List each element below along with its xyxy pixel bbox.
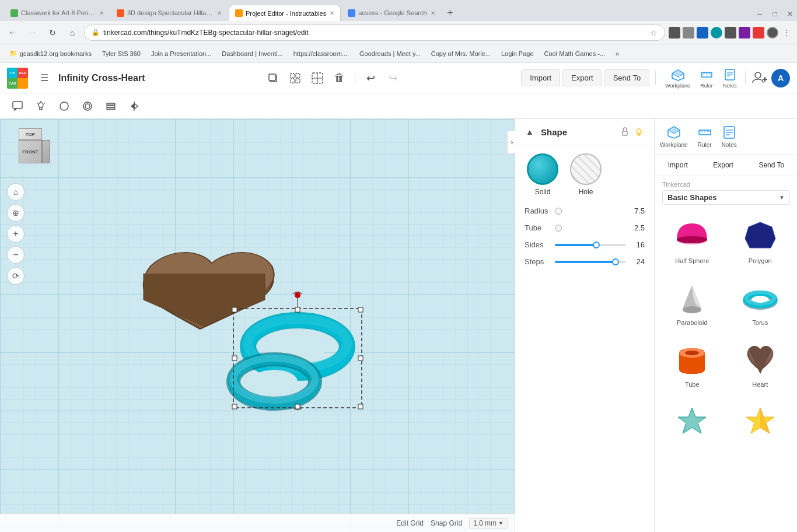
light-tool-btn[interactable] xyxy=(30,96,51,117)
edit-grid-btn[interactable]: Edit Grid xyxy=(396,519,424,527)
shape-item-half-sphere[interactable]: Half Sphere xyxy=(660,212,725,270)
tab1-close[interactable]: ✕ xyxy=(99,10,104,16)
export-action-btn[interactable]: Export xyxy=(706,158,740,172)
viewport[interactable]: TOP FRONT ⌂ ⊕ + − ⟳ xyxy=(0,119,515,532)
tab-classwork[interactable]: Classwork for Art 8 Period 2, MF ✕ xyxy=(5,5,110,21)
group-btn[interactable] xyxy=(285,68,306,89)
shape-types-row: Solid Hole xyxy=(515,145,654,204)
tab3-close[interactable]: ✕ xyxy=(330,10,334,16)
svg-marker-64 xyxy=(668,127,680,134)
bookmark-classroom[interactable]: https://classroom.... xyxy=(289,49,354,58)
ruler-btn-right[interactable]: Ruler xyxy=(693,121,717,152)
user-avatar[interactable]: A xyxy=(771,69,790,88)
lock-icon[interactable] xyxy=(618,125,632,139)
panel-collapse-btn[interactable]: › xyxy=(507,131,516,154)
lightbulb-icon[interactable] xyxy=(632,125,646,139)
bookmark-gcasdk-label: gcasdk12.org bookmarks xyxy=(20,50,92,57)
shape-title: Shape xyxy=(541,127,618,137)
ungroup-btn[interactable] xyxy=(307,68,328,89)
shape-item-torus[interactable]: Torus xyxy=(728,274,793,332)
workplane-btn-right[interactable]: Workplane xyxy=(655,121,693,152)
mirror-tool-btn[interactable] xyxy=(124,96,145,117)
bookmark-tyler[interactable]: Tyler SIS 360 xyxy=(97,49,145,58)
right-panel: Workplane Ruler xyxy=(655,119,797,532)
steps-slider[interactable] xyxy=(555,261,626,263)
hole-type[interactable]: Hole xyxy=(570,153,602,196)
send-to-action-btn[interactable]: Send To xyxy=(751,158,791,172)
secondary-toolbar xyxy=(0,93,797,119)
send-to-btn[interactable]: Send To xyxy=(604,69,649,86)
workplane-panel-btn[interactable]: Workplane xyxy=(662,65,694,91)
bookmark-star[interactable]: ☆ xyxy=(650,28,658,37)
bookmark-login-label: Login Page xyxy=(501,50,534,57)
notes-btn-right[interactable]: Notes xyxy=(717,121,742,152)
hamburger-menu[interactable]: ☰ xyxy=(35,69,54,88)
shape-item-heart[interactable]: Heart xyxy=(728,335,793,394)
svg-point-80 xyxy=(683,306,701,313)
export-btn[interactable]: Export xyxy=(562,69,602,86)
close-btn[interactable]: ✕ xyxy=(783,7,797,21)
layers-tool-btn[interactable] xyxy=(100,96,121,117)
ruler-panel-btn[interactable]: Ruler xyxy=(696,65,717,91)
tab-projecteditor[interactable]: Project Editor - Instructables ✕ xyxy=(229,5,341,21)
tab-bar: Classwork for Art 8 Period 2, MF ✕ 3D de… xyxy=(0,0,797,21)
svg-rect-34 xyxy=(107,108,115,110)
import-btn[interactable]: Import xyxy=(521,69,560,86)
delete-btn[interactable]: 🗑 xyxy=(329,68,350,89)
notes-panel-btn[interactable]: Notes xyxy=(719,65,740,91)
back-btn[interactable]: ← xyxy=(5,24,21,41)
address-text: tinkercad.com/things/kuTmdKzTEBg-spectac… xyxy=(103,29,646,37)
shape-item-star-yellow[interactable] xyxy=(728,397,793,449)
tab4-close[interactable]: ✕ xyxy=(431,10,435,16)
ring-tool-btn[interactable] xyxy=(77,96,98,117)
workplane-label: Workplane xyxy=(665,83,690,89)
bookmark-dashboard[interactable]: Dashboard | Inventi... xyxy=(217,49,287,58)
snap-grid-value[interactable]: 1.0 mm ▼ xyxy=(469,518,508,528)
shape-item-star[interactable] xyxy=(660,397,725,449)
tab-google[interactable]: acsess - Google Search ✕ xyxy=(342,5,441,21)
ruler-label: Ruler xyxy=(700,83,713,89)
app-logo[interactable]: TIN KER CAD xyxy=(7,68,28,89)
address-input[interactable]: 🔒 tinkercad.com/things/kuTmdKzTEBg-spect… xyxy=(84,24,665,41)
library-dropdown[interactable]: Basic Shapes ▼ xyxy=(662,190,790,205)
bookmark-login[interactable]: Login Page xyxy=(497,49,539,58)
forward-btn[interactable]: → xyxy=(25,24,41,41)
import-action-btn[interactable]: Import xyxy=(661,158,695,172)
circle-tool-btn[interactable] xyxy=(54,96,75,117)
bookmark-gcasdk[interactable]: 📁 gcasdk12.org bookmarks xyxy=(5,48,96,58)
restore-btn[interactable]: □ xyxy=(768,7,782,21)
redo-btn[interactable]: ↪ xyxy=(382,68,403,89)
shape-item-tube[interactable]: Tube xyxy=(660,335,725,394)
reload-btn[interactable]: ↻ xyxy=(44,24,61,41)
minimize-btn[interactable]: ─ xyxy=(753,7,767,21)
duplicate-btn[interactable] xyxy=(263,68,284,89)
toolbar-actions: 🗑 ↩ ↪ xyxy=(263,68,403,89)
bookmark-join[interactable]: Join a Presentation... xyxy=(146,49,216,58)
new-tab-button[interactable]: + xyxy=(442,5,459,21)
heart-label: Heart xyxy=(752,381,768,388)
comment-tool-btn[interactable] xyxy=(7,96,28,117)
tab2-close[interactable]: ✕ xyxy=(217,10,222,16)
shape-item-polygon[interactable]: Polygon xyxy=(728,212,793,270)
solid-type[interactable]: Solid xyxy=(527,153,558,196)
panel-expand-btn[interactable]: ▲ xyxy=(523,125,536,138)
svg-point-58 xyxy=(295,292,300,298)
home-btn[interactable]: ⌂ xyxy=(64,24,81,41)
radius-value: 7.5 xyxy=(634,206,645,215)
bookmark-more[interactable]: » xyxy=(611,49,624,58)
shapes-grid: Half Sphere Polygon xyxy=(660,212,792,449)
bookmark-coolmath[interactable]: Cool Math Games -... xyxy=(540,49,610,58)
bookmark-mrs-morle[interactable]: Copy of Mrs. Morle... xyxy=(427,49,495,58)
undo-btn[interactable]: ↩ xyxy=(360,68,381,89)
star-yellow-icon xyxy=(742,403,779,440)
tab2-title: 3D design Spectacular Hillar-Sn... xyxy=(127,9,214,16)
tab-3ddesign[interactable]: 3D design Spectacular Hillar-Sn... ✕ xyxy=(111,5,228,21)
bookmark-goodreads[interactable]: Goodreads | Meet y... xyxy=(355,49,425,58)
sides-slider[interactable] xyxy=(555,244,626,246)
svg-line-27 xyxy=(44,103,46,104)
bookmark-classroom-label: https://classroom.... xyxy=(293,50,349,57)
svg-rect-33 xyxy=(107,106,115,107)
shape-item-paraboloid[interactable]: Paraboloid xyxy=(660,274,725,332)
svg-marker-77 xyxy=(745,222,775,248)
add-user-btn[interactable] xyxy=(750,69,769,88)
